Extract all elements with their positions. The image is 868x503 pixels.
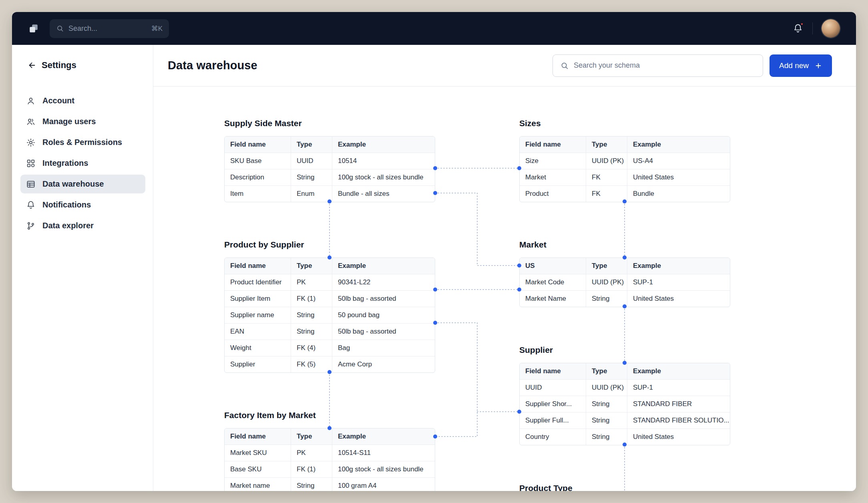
add-new-label: Add new — [779, 61, 809, 70]
table-cell: SUP-1 — [627, 380, 730, 396]
schema-canvas[interactable]: Supply Side MasterField nameTypeExampleS… — [153, 87, 856, 491]
table-row: WeightFK (4)Bag — [225, 340, 435, 356]
table-cell: Acme Corp — [332, 356, 435, 372]
table-cell: Bag — [332, 340, 435, 356]
table-header-row: Field nameTypeExample — [520, 363, 730, 379]
table-cell: String — [586, 396, 627, 412]
table-cell: UUID — [520, 380, 586, 396]
table-cell: Supplier Full... — [520, 412, 586, 429]
table-cell: 50 pound bag — [332, 307, 435, 323]
table-row: Supplier nameString50 pound bag — [225, 307, 435, 323]
sidebar-item-label: Integrations — [42, 159, 88, 168]
table-row: MarketFKUnited States — [520, 169, 730, 185]
page-header: Data warehouse Add new — [153, 45, 856, 87]
table-cell: String — [291, 169, 332, 185]
table-cell: United States — [627, 169, 730, 185]
schema-search-input[interactable] — [574, 61, 755, 70]
sidebar-item-manage-users[interactable]: Manage users — [20, 112, 145, 131]
table-cell: Supplier Item — [225, 291, 291, 307]
schema-table-title: Sizes — [519, 118, 730, 129]
global-search[interactable]: ⌘K — [50, 19, 169, 38]
sidebar-item-roles-permissions[interactable]: Roles & Permissions — [20, 133, 145, 152]
sidebar-item-data-explorer[interactable]: Data explorer — [20, 216, 145, 235]
column-header: Field name — [520, 363, 586, 379]
keyboard-shortcut-badge: ⌘K — [151, 24, 163, 33]
table-cell: FK (4) — [291, 340, 332, 356]
schema-search[interactable] — [553, 54, 763, 77]
schema-table-factory-item-by-market[interactable]: Factory Item by MarketField nameTypeExam… — [224, 410, 435, 491]
table-cell: FK (1) — [291, 461, 332, 477]
table-cell: Market name — [225, 478, 291, 491]
table-row: ProductFKBundle — [520, 185, 730, 202]
app-window: ⌘K Settings AccountManage usersRoles & P… — [12, 12, 856, 491]
table-cell: String — [291, 307, 332, 323]
column-header: Type — [586, 137, 627, 153]
column-header: Example — [627, 258, 730, 274]
table-row: Supplier Shor...StringSTANDARD FIBER — [520, 396, 730, 412]
table-row: Market CodeUUID (PK)SUP-1 — [520, 274, 730, 290]
notifications-button[interactable] — [792, 23, 804, 34]
integrations-icon — [26, 159, 36, 168]
table-cell: 10514-S11 — [332, 445, 435, 461]
schema-table-title: Supplier — [519, 344, 730, 356]
table-cell: Supplier Shor... — [520, 396, 586, 412]
column-header: Example — [627, 137, 730, 153]
column-header: US — [520, 258, 586, 274]
table-cell: Bundle — [627, 186, 730, 202]
schema-table-supply-side-master[interactable]: Supply Side MasterField nameTypeExampleS… — [224, 118, 435, 202]
table-cell: String — [291, 324, 332, 340]
table-row: ItemEnumBundle - all sizes — [225, 185, 435, 202]
schema-table-supplier[interactable]: SupplierField nameTypeExampleUUIDUUID (P… — [519, 344, 730, 445]
add-new-button[interactable]: Add new — [770, 54, 832, 77]
table-row: Supplier ItemFK (1)50lb bag - assorted — [225, 290, 435, 307]
sidebar-item-label: Data warehouse — [42, 179, 104, 189]
roles-icon — [26, 138, 36, 147]
schema-table-title: Product Type — [519, 483, 730, 491]
table-row: UUIDUUID (PK)SUP-1 — [520, 379, 730, 396]
table-cell: 100g stock - all sizes bundle — [332, 169, 435, 185]
app-logo[interactable] — [28, 23, 39, 34]
users-icon — [26, 117, 36, 127]
sidebar-item-account[interactable]: Account — [20, 91, 145, 110]
warehouse-icon — [26, 179, 36, 189]
table-cell: Product — [520, 186, 586, 202]
settings-back[interactable]: Settings — [20, 59, 145, 71]
plus-icon — [814, 62, 822, 70]
user-avatar[interactable] — [822, 19, 840, 38]
sidebar-item-label: Account — [42, 96, 74, 105]
table-row: DescriptionString100g stock - all sizes … — [225, 169, 435, 185]
table-cell: Item — [225, 186, 291, 202]
schema-table-grid: Field nameTypeExampleProduct IdentifierP… — [224, 258, 435, 373]
table-row: SKU BaseUUID10514 — [225, 153, 435, 169]
search-icon — [560, 61, 569, 70]
schema-table-sizes[interactable]: SizesField nameTypeExampleSizeUUID (PK)U… — [519, 118, 730, 202]
column-header: Type — [291, 258, 332, 274]
column-header: Type — [291, 429, 332, 445]
table-row: Market NameStringUnited States — [520, 290, 730, 307]
schema-table-grid: Field nameTypeExampleMarket SKUPK10514-S… — [224, 428, 435, 491]
sidebar: Settings AccountManage usersRoles & Perm… — [12, 45, 153, 491]
schema-table-product-type[interactable]: Product Type — [519, 483, 730, 491]
sidebar-item-notifications[interactable]: Notifications — [20, 195, 145, 214]
table-row: Market SKUPK10514-S11 — [225, 445, 435, 461]
table-cell: Market SKU — [225, 445, 291, 461]
page-title: Data warehouse — [168, 59, 257, 72]
table-header-row: USTypeExample — [520, 258, 730, 274]
schema-table-grid: Field nameTypeExampleUUIDUUID (PK)SUP-1S… — [519, 363, 730, 445]
column-header: Example — [332, 137, 435, 153]
table-cell: FK (1) — [291, 291, 332, 307]
global-search-input[interactable] — [68, 24, 147, 33]
table-cell: Base SKU — [225, 461, 291, 477]
table-cell: Product Identifier — [225, 274, 291, 290]
arrow-left-icon — [28, 61, 36, 70]
bell-icon — [26, 200, 36, 210]
table-cell: STANDARD FIBER — [627, 396, 730, 412]
table-cell: United States — [627, 429, 730, 445]
topbar: ⌘K — [12, 12, 856, 45]
schema-table-title: Product by Supplier — [224, 239, 435, 250]
schema-table-market[interactable]: MarketUSTypeExampleMarket CodeUUID (PK)S… — [519, 239, 730, 307]
sidebar-item-integrations[interactable]: Integrations — [20, 154, 145, 173]
sidebar-item-data-warehouse[interactable]: Data warehouse — [20, 175, 145, 193]
table-cell: 50lb bag - assorted — [332, 291, 435, 307]
schema-table-product-by-supplier[interactable]: Product by SupplierField nameTypeExample… — [224, 239, 435, 373]
